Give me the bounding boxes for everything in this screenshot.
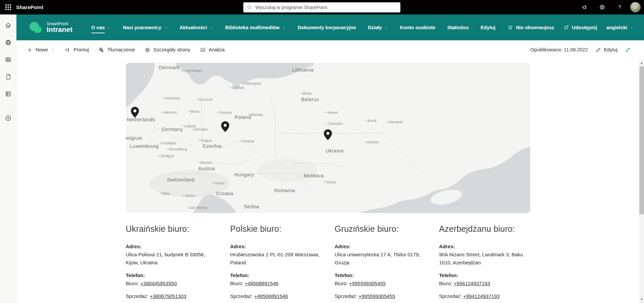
office-phone-row: Biuro: +994124937193 bbox=[439, 279, 530, 288]
map-pin-kyiv[interactable] bbox=[324, 129, 332, 140]
site-logo-text: SmartPoint Intranet bbox=[47, 21, 72, 34]
office-heading: Ukraińskie biuro: bbox=[126, 224, 217, 234]
office-phone-link[interactable]: +994124937193 bbox=[454, 280, 490, 286]
sales-phone-link[interactable]: +994124937193 bbox=[463, 293, 500, 299]
address-text: Ulica Poliova 21, budynek B 03056, Kijów… bbox=[126, 251, 217, 267]
svg-text:?: ? bbox=[618, 4, 621, 10]
office-phone-link[interactable]: +995599305455 bbox=[349, 280, 386, 286]
megaphone-icon bbox=[65, 47, 70, 53]
app-name: SharePoint bbox=[16, 4, 43, 10]
address-text: Hrubieszowska 2 PL-01-209 Warszawa, Pola… bbox=[230, 251, 321, 267]
sales-phone-link[interactable]: +380675051303 bbox=[150, 293, 186, 299]
nav-item-aktualno-ci[interactable]: Aktualności bbox=[180, 25, 213, 30]
app-launcher-icon bbox=[5, 4, 11, 10]
search-icon bbox=[247, 5, 252, 10]
promote-button[interactable]: Promuj bbox=[65, 47, 89, 53]
phone-label: Telefon: bbox=[126, 271, 217, 279]
follow-button[interactable]: Nie obserwujesz bbox=[507, 25, 554, 30]
nav-item-label: Biblioteka multimediów bbox=[225, 25, 280, 30]
sharepoint-page: SharePoint ? bbox=[0, 0, 644, 303]
language-selector[interactable]: angielski bbox=[606, 25, 634, 30]
language-label: angielski bbox=[606, 25, 627, 30]
settings-button[interactable] bbox=[595, 0, 609, 14]
scroll-thumb[interactable] bbox=[639, 67, 644, 214]
new-button[interactable]: Nowe bbox=[27, 47, 55, 53]
map-pin-netherlands[interactable] bbox=[131, 107, 139, 118]
chevron-down-icon bbox=[384, 26, 388, 30]
office-heading: Gruzińskie biuro: bbox=[335, 224, 426, 234]
pencil-icon bbox=[595, 47, 601, 53]
vertical-scrollbar[interactable]: ▲ ▼ bbox=[639, 59, 644, 303]
suite-bar-icons: ? bbox=[577, 0, 644, 14]
edit-button[interactable]: Edytuj bbox=[595, 47, 617, 53]
sidebar-item-home[interactable] bbox=[1, 18, 15, 32]
sidebar-item-create[interactable] bbox=[1, 111, 15, 125]
nav-item-biblioteka-multimedi-w[interactable]: Biblioteka multimediów bbox=[225, 25, 286, 30]
map-canvas[interactable]: DenmarkLithuaniaBelarusPolandGermanyNeth… bbox=[126, 63, 530, 213]
nav-item-edytuj[interactable]: Edytuj bbox=[481, 25, 495, 30]
home-icon bbox=[5, 22, 12, 29]
search-box[interactable] bbox=[243, 2, 400, 12]
phone-label: Telefon: bbox=[439, 271, 530, 279]
expand-button[interactable] bbox=[625, 47, 631, 53]
nav-item-konto-osobiste[interactable]: Konto osobiste bbox=[400, 25, 436, 30]
news-icon bbox=[5, 56, 12, 63]
page-details-button[interactable]: Szczegóły strony bbox=[145, 47, 190, 53]
site-header: SmartPoint Intranet O nasNasi pracownicy… bbox=[16, 14, 644, 40]
sales-phone-row: Sprzedaż: +48508891546 bbox=[230, 292, 321, 300]
site-logo[interactable]: SmartPoint Intranet bbox=[29, 20, 72, 35]
nav-item-label: Dokumenty korporacyjne bbox=[298, 25, 356, 30]
sales-phone-row: Sprzedaż: +380675051303 bbox=[126, 292, 217, 300]
share-button[interactable]: Udostępnij bbox=[563, 25, 597, 30]
database-icon bbox=[5, 90, 12, 97]
analytics-button[interactable]: Analiza bbox=[200, 47, 225, 53]
new-label: Nowe bbox=[36, 47, 48, 52]
office-phone-row: Biuro: +380445853550 bbox=[126, 279, 217, 288]
office-phone-link[interactable]: +380445853550 bbox=[140, 280, 177, 286]
chevron-down-icon bbox=[51, 48, 55, 52]
scroll-down-button[interactable]: ▼ bbox=[639, 296, 644, 303]
address-label: Adres: bbox=[335, 243, 426, 251]
sales-phone-link[interactable]: +995599305455 bbox=[359, 293, 395, 299]
suite-bar: SharePoint ? bbox=[0, 0, 644, 14]
page-details-label: Szczegóły strony bbox=[153, 47, 190, 52]
map-pin-wroc-aw[interactable] bbox=[221, 121, 229, 132]
search-input[interactable] bbox=[255, 4, 397, 10]
nav-item-label: Nasi pracownicy bbox=[123, 25, 161, 30]
nav-item-label: Działy bbox=[368, 25, 382, 30]
help-button[interactable]: ? bbox=[612, 0, 627, 14]
address-label: Adres: bbox=[126, 243, 217, 251]
nav-item-label: Konto osobiste bbox=[400, 25, 436, 30]
nav-item-statistics[interactable]: Statistics bbox=[447, 25, 468, 30]
sales-phone-link[interactable]: +48508891546 bbox=[254, 293, 288, 299]
chevron-down-icon bbox=[630, 26, 634, 30]
command-bar: Nowe Promuj Tłumaczenie Szczegóły st bbox=[16, 40, 644, 59]
office-phone-link[interactable]: +48508891546 bbox=[245, 280, 279, 286]
map-relief-carpathians bbox=[257, 159, 317, 182]
app-launcher-button[interactable] bbox=[0, 0, 16, 14]
sidebar-item-lists[interactable] bbox=[1, 87, 15, 100]
address-text: 90A Nizami Street, Landmark 3, Baku 1010… bbox=[439, 251, 530, 267]
nav-item-label: Edytuj bbox=[481, 25, 495, 30]
scroll-up-button[interactable]: ▲ bbox=[639, 60, 644, 67]
sidebar-item-page[interactable] bbox=[1, 70, 15, 83]
promote-label: Promuj bbox=[73, 47, 89, 52]
sidebar-item-globe[interactable] bbox=[1, 36, 15, 49]
user-avatar[interactable] bbox=[630, 2, 641, 12]
sidebar-item-news[interactable] bbox=[1, 53, 15, 66]
nav-item-o-nas[interactable]: O nas bbox=[91, 25, 111, 30]
translation-button[interactable]: Tłumaczenie bbox=[99, 47, 135, 53]
office-phone-row: Biuro: +995599305455 bbox=[335, 279, 426, 288]
chevron-down-icon bbox=[282, 26, 286, 30]
share-label: Udostępnij bbox=[572, 25, 597, 30]
page-icon bbox=[5, 73, 12, 80]
office-card: Ukraińskie biuro:Adres:Ulica Poliova 21,… bbox=[126, 224, 217, 300]
nav-item-dokumenty-korporacyjne[interactable]: Dokumenty korporacyjne bbox=[298, 25, 356, 30]
nav-item-nasi-pracownicy[interactable]: Nasi pracownicy bbox=[123, 25, 167, 30]
nav-item-label: O nas bbox=[91, 25, 105, 33]
command-bar-right: Opublikowano: 11.08.2022 Edytuj bbox=[530, 47, 644, 53]
nav-item-dzia-y[interactable]: Działy bbox=[368, 25, 388, 30]
published-date: Opublikowano: 11.08.2022 bbox=[530, 47, 588, 52]
office-card: Azerbejdżanu biuro:Adres:90A Nizami Stre… bbox=[439, 224, 530, 300]
announcements-button[interactable] bbox=[577, 0, 592, 14]
